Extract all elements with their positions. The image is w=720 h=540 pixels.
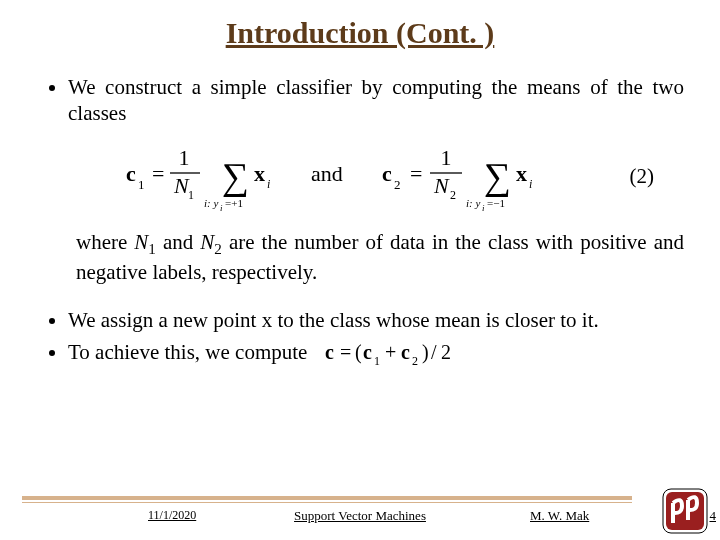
where-sub1: 1 — [148, 241, 156, 257]
svg-text:i: y: i: y — [466, 197, 480, 209]
equation-2-row: c 1 = 1 N 1 ∑ i: y i =+1 x i — [36, 141, 684, 211]
bullet-3: To achieve this, we compute c = ( c 1 + … — [68, 339, 684, 373]
svg-text:∑: ∑ — [222, 155, 249, 198]
svg-text:/: / — [431, 341, 437, 363]
svg-text:+: + — [385, 341, 396, 363]
svg-text:=: = — [410, 161, 422, 186]
svg-text:=: = — [152, 161, 164, 186]
logo-icon — [662, 488, 708, 534]
svg-text:2: 2 — [412, 354, 418, 367]
svg-text:i: i — [529, 177, 532, 191]
svg-text:1: 1 — [188, 188, 194, 202]
svg-text:1: 1 — [179, 145, 190, 170]
footer: 11/1/2020 Support Vector Machines M. W. … — [0, 496, 720, 530]
svg-text:N: N — [433, 173, 450, 198]
svg-text:=−1: =−1 — [487, 197, 505, 209]
equation-2-label: (2) — [630, 163, 655, 189]
svg-text:i: i — [267, 177, 270, 191]
svg-text:=: = — [340, 341, 351, 363]
svg-text:2: 2 — [394, 177, 401, 192]
bullet-list-1: We construct a simple classifier by comp… — [44, 74, 684, 127]
svg-text:(: ( — [355, 341, 362, 364]
svg-text:and: and — [311, 161, 343, 186]
svg-text:1: 1 — [374, 354, 380, 367]
where-n2: N — [200, 230, 214, 254]
slide-title: Introduction (Cont. ) — [36, 16, 684, 50]
svg-text:i: i — [482, 203, 485, 211]
where-pre: where — [76, 230, 134, 254]
svg-text:i: i — [220, 203, 223, 211]
svg-text:1: 1 — [138, 177, 145, 192]
svg-text:c: c — [382, 161, 392, 186]
svg-text:x: x — [516, 161, 527, 186]
footer-page-number: 4 — [710, 508, 717, 524]
slide: Introduction (Cont. ) We construct a sim… — [0, 0, 720, 540]
where-text: where N1 and N2 are the number of data i… — [76, 229, 684, 285]
svg-text:c: c — [401, 341, 410, 363]
footer-rule-thin — [22, 502, 632, 503]
svg-text:i: y: i: y — [204, 197, 218, 209]
slide-body: We construct a simple classifier by comp… — [36, 74, 684, 373]
bullet-1: We construct a simple classifier by comp… — [68, 74, 684, 127]
where-mid1: and — [156, 230, 200, 254]
bullet-3-text: To achieve this, we compute — [68, 340, 307, 364]
svg-text:c: c — [126, 161, 136, 186]
svg-text:x: x — [254, 161, 265, 186]
svg-text:=+1: =+1 — [225, 197, 243, 209]
footer-author: M. W. Mak — [530, 508, 589, 524]
where-n1: N — [134, 230, 148, 254]
bullet-list-2: We assign a new point x to the class who… — [44, 307, 684, 374]
svg-text:): ) — [422, 341, 429, 364]
bullet-2: We assign a new point x to the class who… — [68, 307, 684, 333]
footer-rule-thick — [22, 496, 632, 500]
where-sub2: 2 — [214, 241, 222, 257]
svg-text:1: 1 — [441, 145, 452, 170]
svg-text:∑: ∑ — [484, 155, 511, 198]
svg-text:2: 2 — [450, 188, 456, 202]
footer-center: Support Vector Machines — [0, 508, 720, 524]
equation-c: c = ( c 1 + c 2 ) / 2 — [325, 339, 485, 373]
svg-text:c: c — [363, 341, 372, 363]
svg-text:c: c — [325, 341, 334, 363]
svg-text:2: 2 — [441, 341, 451, 363]
equation-2: c 1 = 1 N 1 ∑ i: y i =+1 x i — [126, 141, 586, 211]
